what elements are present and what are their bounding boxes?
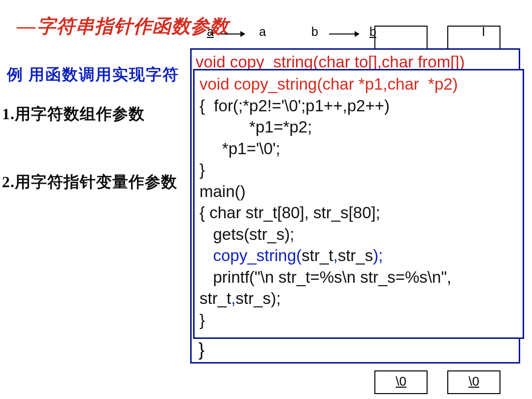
- code-l8c: str_t: [301, 246, 333, 265]
- code-l9: printf("\n str_t=%s\n str_s=%s\n",: [200, 268, 451, 286]
- behind-close-brace: }: [199, 339, 204, 360]
- code-l1: { for(;*p2!='\0';p1++,p2++): [200, 97, 390, 115]
- arrow-icon: [329, 33, 359, 34]
- bullet-1: 1.用字符数组作参数: [2, 103, 145, 125]
- codebox-front: void copy_string(char *p1,char *p2) { fo…: [193, 69, 524, 339]
- code-l8e: str_s: [338, 246, 373, 265]
- code-l11: }: [200, 311, 205, 329]
- memory-column-1: [374, 26, 428, 50]
- title-text: 字符串指针作函数参数: [37, 16, 229, 36]
- bullet-2: 2.用字符指针变量作参数: [2, 171, 177, 193]
- code-l8f: );: [373, 246, 383, 265]
- null-cell-2: \0: [447, 370, 500, 394]
- code-l8a: [200, 246, 213, 265]
- title-dash: —: [17, 16, 36, 36]
- label-b: b: [311, 25, 318, 39]
- example-label: 例 用函数调用实现字符: [7, 64, 179, 86]
- code-l3: *p1='\0';: [200, 139, 280, 158]
- memory-cell: [375, 27, 427, 49]
- code-l2: *p1=*p2;: [200, 118, 312, 136]
- memory-column-2: [447, 26, 500, 50]
- arrow-icon: [221, 33, 244, 34]
- code-l8b: copy_string(: [213, 246, 302, 265]
- code-l10b: ,: [231, 289, 235, 307]
- code-l8d: ,: [333, 246, 337, 265]
- behind-signature: void copy_string(char to[],char from[]): [192, 50, 519, 71]
- code-l10c: str_s);: [235, 289, 281, 307]
- null-cell-1: \0: [374, 370, 428, 394]
- code-l10a: str_t: [200, 289, 231, 307]
- memory-cell: [448, 27, 499, 49]
- label-a2: a: [259, 25, 266, 39]
- page-title: —字符串指针作函数参数: [17, 14, 229, 39]
- label-a: a: [207, 25, 214, 39]
- code-sig: void copy_string(char *p1,char *p2): [200, 75, 458, 93]
- code-l6: { char str_t[80], str_s[80];: [200, 203, 380, 222]
- code-l4: }: [200, 161, 205, 179]
- code-l5: main(): [200, 182, 246, 200]
- code-l7: gets(str_s);: [200, 225, 295, 243]
